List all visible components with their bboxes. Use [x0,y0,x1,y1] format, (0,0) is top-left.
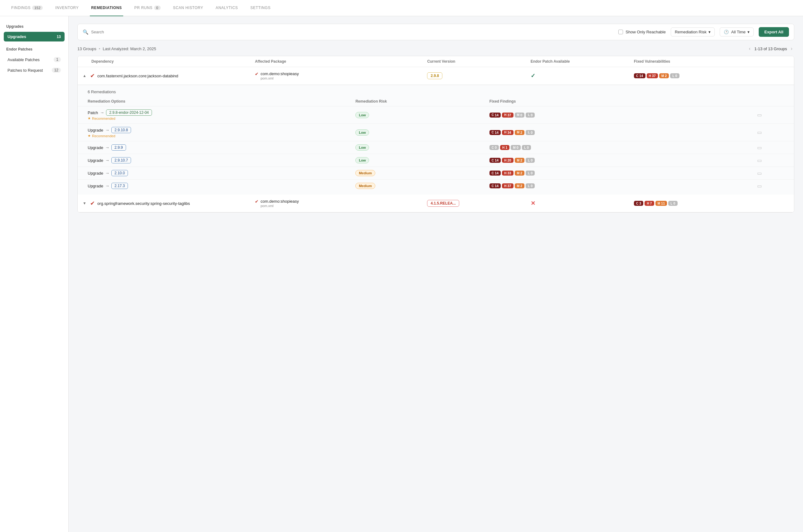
nav-scan-history[interactable]: SCAN HISTORY [172,0,205,16]
rem-table-header: Remediation Options Remediation Risk Fix… [78,97,794,106]
rem-copy-2[interactable]: ▭ [757,145,784,151]
search-input[interactable] [91,30,618,34]
expand-btn-1[interactable]: ▲ [83,74,87,78]
rem-th-options: Remediation Options [88,99,355,103]
clock-icon: 🕐 [724,30,729,34]
pkg-icon-1: ✔ [255,71,259,76]
meta-left: 13 Groups • Last Analyzed: March 2, 2025 [77,46,156,51]
current-version-1: 2.9.8 [427,72,530,79]
affected-pkg-1: ✔ com.demo:shopieasy pom.xml [255,71,427,80]
remediations-table: Dependency Affected Package Current Vers… [77,56,794,213]
rem-option-upgrade-2: Upgrade → 2.9.9 [88,145,355,151]
th-affected-package: Affected Package [255,59,427,63]
rem-risk-2: Low [355,145,489,151]
affected-pkg-2: ✔ com.demo:shopieasy pom.xml [255,199,427,208]
nav-analytics[interactable]: ANALYTICS [214,0,239,16]
nav-settings[interactable]: SETTINGS [249,0,272,16]
nav-remediations[interactable]: REMEDIATIONS [90,0,123,16]
star-icon-0: ★ [88,116,91,120]
rem-row-upgrade-1: Upgrade → 2.9.10.8 ★ Recommended Low [78,124,794,141]
sev-c-2: C 3 [634,201,643,206]
sev-h-2: H 7 [645,201,654,206]
group-row-2: ▼ ✔ org.springframework.security:spring-… [78,195,794,212]
rem-option-upgrade-3: Upgrade → 2.9.10.7 [88,157,355,164]
recommended-badge-1: ★ Recommended [88,134,355,138]
rem-findings-3: C 14 H 20 M 2 L 0 [489,158,757,163]
all-time-dropdown[interactable]: 🕐 All Time ▾ [720,27,754,37]
pagination-prev[interactable]: ‹ [747,45,752,52]
dep-name-2: ▼ ✔ org.springframework.security:spring-… [83,200,255,207]
rem-risk-0: Low [355,112,489,118]
expand-btn-2[interactable]: ▼ [83,201,87,206]
main-content: 🔍 Show Only Reachable Remediation Risk ▾… [69,16,803,532]
th-current-version: Current Version [427,59,530,63]
rem-risk-1: Low [355,129,489,136]
rem-findings-2: C 0 H 1 M 0 L 0 [489,145,757,150]
nav-pr-runs[interactable]: PR RUNS 0 [133,0,162,16]
remediations-panel-1: 6 Remediations Remediation Options Remed… [78,85,794,195]
rem-risk-4: Medium [355,170,489,176]
rem-th-actions [757,99,784,103]
groups-count: 13 Groups [77,46,96,51]
show-only-reachable-checkbox[interactable]: Show Only Reachable [618,30,666,34]
rem-th-risk: Remediation Risk [355,99,489,103]
rem-option-upgrade-1: Upgrade → 2.9.10.8 ★ Recommended [88,127,355,138]
rem-option-upgrade-5: Upgrade → 2.17.3 [88,183,355,189]
rem-risk-5: Medium [355,183,489,189]
rem-copy-5[interactable]: ▭ [757,183,784,189]
th-dependency: Dependency [83,59,255,63]
rem-copy-4[interactable]: ▭ [757,170,784,176]
pagination-next[interactable]: › [789,45,794,52]
dep-icon-1: ✔ [90,72,95,79]
nav-findings[interactable]: FINDINGS 152 [10,0,44,16]
rem-option-patch: Patch → 2.9.8-endor-2024-12-04 ★ Recomme… [88,110,355,120]
rem-row-upgrade-3: Upgrade → 2.9.10.7 Low C 14 H 20 M 2 L 0 [78,154,794,167]
rem-findings-5: C 14 H 37 M 2 L 0 [489,183,757,188]
patch-available-1: ✓ [531,72,634,79]
sidebar-upgrades-title: Upgrades [4,22,64,31]
rem-row-patch: Patch → 2.9.8-endor-2024-12-04 ★ Recomme… [78,106,794,124]
rem-copy-0[interactable]: ▭ [757,112,784,118]
sev-m-1: M 2 [659,73,669,78]
remediation-risk-dropdown[interactable]: Remediation Risk ▾ [671,27,715,37]
fixed-vulns-2: C 3 H 7 M 11 L 0 [634,201,789,206]
rem-row-upgrade-5: Upgrade → 2.17.3 Medium C 14 H 37 M 2 L … [78,179,794,192]
rem-th-findings: Fixed Findings [489,99,757,103]
sidebar-item-patches-to-request[interactable]: Patches to Request 12 [4,65,64,75]
sev-h-1: H 37 [647,73,658,78]
patch-available-2: ✕ [531,200,634,207]
chevron-down-icon: ▾ [708,30,711,34]
rem-findings-4: C 14 H 33 M 2 L 0 [489,171,757,175]
dep-name-1: ▲ ✔ com.fasterxml.jackson.core:jackson-d… [83,72,255,79]
sidebar-patches-title: Endor Patches [4,45,64,53]
export-all-button[interactable]: Export All [759,27,789,37]
rem-copy-1[interactable]: ▭ [757,129,784,135]
main-layout: Upgrades Upgrades 13 Endor Patches Avail… [0,16,803,532]
th-endor-patch: Endor Patch Available [531,59,634,63]
group-row-1: ▲ ✔ com.fasterxml.jackson.core:jackson-d… [78,67,794,85]
rem-risk-3: Low [355,157,489,164]
sev-c-1: C 14 [634,73,645,78]
sev-m-2: M 11 [655,201,667,206]
fixed-vulns-1: C 14 H 37 M 2 L 0 [634,73,789,78]
current-version-2: 4.1.5.RELEA... [427,200,530,207]
sidebar-item-available-patches[interactable]: Available Patches 1 [4,55,64,64]
nav-inventory[interactable]: INVENTORY [54,0,80,16]
dep-icon-2: ✔ [90,200,95,207]
rem-count-label: 6 Remediations [78,85,794,97]
rem-findings-0: C 14 H 37 M 0 L 0 [489,113,757,118]
toolbar-right: Show Only Reachable Remediation Risk ▾ 🕐… [618,27,789,37]
toolbar: 🔍 Show Only Reachable Remediation Risk ▾… [77,24,794,40]
rem-option-upgrade-4: Upgrade → 2.10.0 [88,170,355,176]
sidebar: Upgrades Upgrades 13 Endor Patches Avail… [0,16,69,532]
meta-row: 13 Groups • Last Analyzed: March 2, 2025… [77,45,794,52]
rem-findings-1: C 14 H 34 M 2 L 0 [489,130,757,135]
pagination-info: 1-13 of 13 Groups [754,46,787,51]
sev-l-2: L 0 [668,201,677,206]
rem-copy-3[interactable]: ▭ [757,157,784,164]
top-navigation: FINDINGS 152 INVENTORY REMEDIATIONS PR R… [0,0,803,16]
rem-row-upgrade-4: Upgrade → 2.10.0 Medium C 14 H 33 M 2 L … [78,167,794,179]
pkg-icon-2: ✔ [255,199,259,204]
sidebar-item-upgrades[interactable]: Upgrades 13 [4,32,64,41]
star-icon-1: ★ [88,134,91,138]
